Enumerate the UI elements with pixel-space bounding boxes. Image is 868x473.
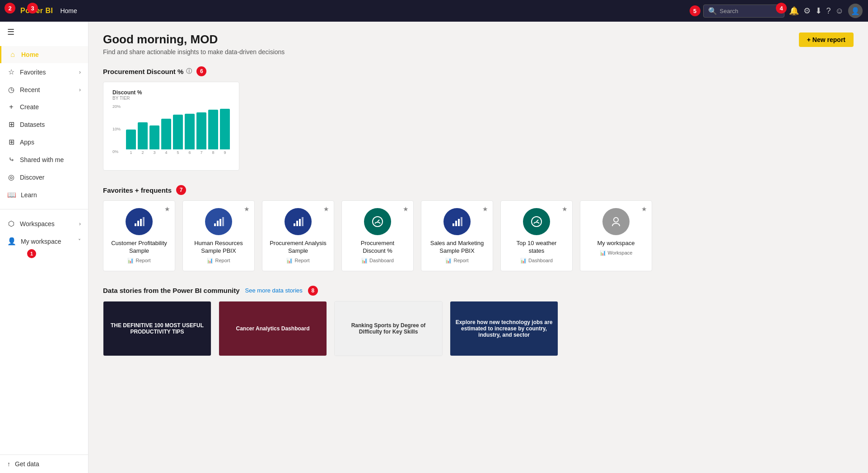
plus-icon: + bbox=[7, 103, 15, 111]
svg-rect-6 bbox=[219, 219, 221, 226]
fav-card-6[interactable]: ★My workspace📊 Workspace bbox=[580, 200, 652, 271]
fav-card-2[interactable]: ★Procurement Analysis Sample📊 Report bbox=[262, 200, 334, 271]
community-card-3[interactable]: Explore how new technology jobs are esti… bbox=[450, 301, 558, 356]
sidebar-item-home[interactable]: ⌂ Home bbox=[0, 46, 88, 63]
page-header-text: Good morning, MOD Find and share actiona… bbox=[103, 32, 285, 56]
fav-card-5[interactable]: ★Top 10 weather states📊 Dashboard bbox=[500, 200, 573, 271]
svg-rect-14 bbox=[453, 223, 454, 226]
fav-star-2[interactable]: ★ bbox=[323, 205, 329, 213]
fav-card-type-3: 📊 Dashboard bbox=[361, 258, 394, 264]
info-icon[interactable]: ⓘ bbox=[186, 67, 192, 75]
topnav: ⠿ Power BI Home 5 🔍 🔔 ⚙ ⬇ ? ☺ 👤 bbox=[0, 0, 868, 22]
sidebar-item-workspaces[interactable]: ⬡ Workspaces › bbox=[0, 215, 88, 232]
chevron-icon: ˅ bbox=[78, 238, 81, 245]
svg-line-19 bbox=[537, 220, 538, 222]
fav-card-type-4: 📊 Report bbox=[445, 258, 468, 264]
get-data-label: Get data bbox=[15, 460, 39, 468]
sidebar-item-discover[interactable]: ◎ Discover bbox=[0, 168, 88, 186]
sidebar-item-create[interactable]: + Create bbox=[0, 98, 88, 116]
sidebar-item-my-workspace[interactable]: 👤 My workspace ˅ bbox=[0, 232, 88, 250]
chart-card[interactable]: Discount % BY TIER 20%10%0% 123456789 bbox=[103, 82, 239, 171]
get-data-link[interactable]: ↑ Get data bbox=[0, 454, 88, 473]
fav-icon-circle-4 bbox=[443, 208, 471, 235]
bar-chart-y-axis: 20%10%0% bbox=[112, 104, 121, 154]
sidebar-item-favorites[interactable]: ☆ Favorites › bbox=[0, 63, 88, 81]
avatar[interactable]: 👤 bbox=[848, 4, 863, 18]
chevron-icon: › bbox=[79, 221, 81, 227]
type-icon-3: 📊 bbox=[361, 258, 368, 264]
search-input[interactable] bbox=[720, 8, 783, 14]
sidebar-item-learn[interactable]: 📖 Learn bbox=[0, 186, 88, 204]
workspaces-icon: ⬡ bbox=[7, 219, 15, 228]
badge-3: 3 bbox=[27, 3, 38, 14]
sidebar-item-recent[interactable]: ◷ Recent › bbox=[0, 81, 88, 98]
fav-card-0[interactable]: ★Customer Profitability Sample📊 Report bbox=[103, 200, 175, 271]
bars-area bbox=[126, 104, 230, 149]
fav-card-type-2: 📊 Report bbox=[286, 258, 309, 264]
search-icon: 🔍 bbox=[708, 7, 717, 15]
sidebar-nav: ⌂ Home ☆ Favorites › ◷ Recent › + Create… bbox=[0, 42, 88, 207]
bar-8 bbox=[220, 109, 230, 149]
svg-rect-16 bbox=[458, 219, 460, 226]
sidebar-item-datasets[interactable]: ⊞ Datasets bbox=[0, 116, 88, 133]
fav-star-4[interactable]: ★ bbox=[482, 205, 488, 213]
community-title: Data stories from the Power BI community bbox=[103, 287, 240, 294]
star-icon: ☆ bbox=[7, 68, 15, 76]
feedback-icon[interactable]: ☺ bbox=[835, 6, 844, 16]
fav-card-name-3: Procurement Discount % bbox=[349, 240, 406, 255]
help-icon[interactable]: ? bbox=[826, 6, 831, 16]
community-card-1[interactable]: Cancer Analytics Dashboard bbox=[219, 301, 327, 356]
type-icon-2: 📊 bbox=[286, 258, 293, 264]
page-subtitle: Find and share actionable insights to ma… bbox=[103, 48, 285, 56]
fav-card-type-5: 📊 Dashboard bbox=[520, 258, 553, 264]
fav-icon-circle-0 bbox=[126, 208, 153, 235]
download-icon[interactable]: ⬇ bbox=[815, 6, 822, 16]
svg-rect-3 bbox=[143, 217, 145, 226]
sidebar-label-my-workspace: My workspace bbox=[21, 238, 61, 245]
chart-section: Procurement Discount % ⓘ 6 Discount % BY… bbox=[103, 66, 854, 171]
fav-star-5[interactable]: ★ bbox=[562, 205, 568, 213]
sidebar-toggle[interactable]: ☰ bbox=[0, 22, 88, 42]
fav-star-3[interactable]: ★ bbox=[403, 205, 409, 213]
fav-card-4[interactable]: ★Sales and Marketing Sample PBIX📊 Report bbox=[421, 200, 493, 271]
fav-star-1[interactable]: ★ bbox=[244, 205, 250, 213]
sidebar-item-apps[interactable]: ⊞ Apps bbox=[0, 133, 88, 151]
fav-card-3[interactable]: ★Procurement Discount %📊 Dashboard bbox=[341, 200, 414, 271]
bar-4 bbox=[173, 115, 183, 149]
home-icon: ⌂ bbox=[9, 51, 17, 59]
chart-section-title: Procurement Discount % ⓘ 6 bbox=[103, 66, 854, 76]
fav-star-6[interactable]: ★ bbox=[641, 205, 647, 213]
svg-rect-9 bbox=[296, 221, 298, 226]
sidebar: ☰ ⌂ Home ☆ Favorites › ◷ Recent › + Crea… bbox=[0, 22, 89, 473]
fav-card-1[interactable]: ★Human Resources Sample PBIX📊 Report bbox=[182, 200, 255, 271]
community-section: Data stories from the Power BI community… bbox=[103, 286, 854, 356]
community-card-0[interactable]: THE DEFINITIVE 100 MOST USEFUL PRODUCTIV… bbox=[103, 301, 211, 356]
notification-icon[interactable]: 🔔 bbox=[789, 6, 799, 16]
community-card-img-1: Cancer Analytics Dashboard bbox=[219, 301, 327, 356]
sidebar-label-home: Home bbox=[21, 51, 39, 58]
search-box: 🔍 bbox=[703, 5, 784, 18]
see-more-link[interactable]: See more data stories bbox=[245, 287, 303, 294]
badge-5: 5 bbox=[690, 5, 700, 16]
fav-card-name-5: Top 10 weather states bbox=[508, 240, 565, 255]
community-card-2[interactable]: Ranking Sports by Degree of Difficulty f… bbox=[334, 301, 443, 356]
fav-card-name-1: Human Resources Sample PBIX bbox=[190, 240, 247, 255]
sidebar-item-shared[interactable]: ⤷ Shared with me bbox=[0, 151, 88, 168]
svg-rect-2 bbox=[140, 219, 142, 226]
favorites-grid: ★Customer Profitability Sample📊 Report★H… bbox=[103, 200, 854, 271]
chevron-icon: › bbox=[79, 69, 81, 75]
fav-star-0[interactable]: ★ bbox=[164, 205, 170, 213]
clock-icon: ◷ bbox=[7, 85, 15, 94]
fav-icon-circle-2 bbox=[285, 208, 312, 235]
svg-rect-8 bbox=[294, 223, 295, 226]
svg-rect-7 bbox=[222, 217, 224, 226]
fav-icon-circle-1 bbox=[205, 208, 232, 235]
svg-rect-4 bbox=[214, 223, 216, 226]
home-nav-link[interactable]: Home bbox=[60, 7, 77, 14]
sidebar-workspace-nav: ⬡ Workspaces › 👤 My workspace ˅ bbox=[0, 211, 88, 254]
new-report-button[interactable]: + New report bbox=[799, 32, 854, 47]
type-icon-6: 📊 bbox=[600, 250, 606, 256]
chart-label: Discount % bbox=[112, 89, 230, 96]
favorites-title-text: Favorites + frequents bbox=[103, 186, 172, 194]
settings-icon[interactable]: ⚙ bbox=[803, 6, 811, 16]
